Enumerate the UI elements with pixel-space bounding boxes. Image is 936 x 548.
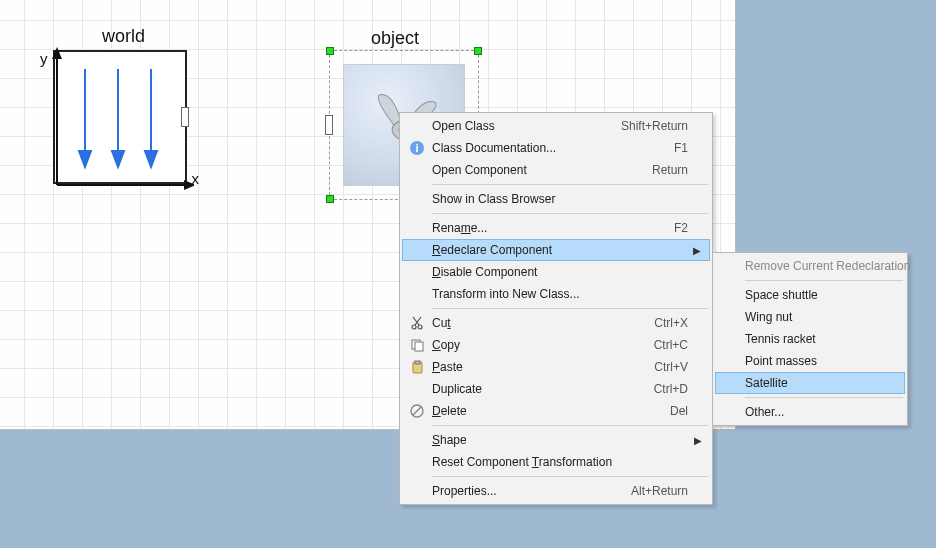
shortcut: Ctrl+X bbox=[654, 316, 688, 330]
context-menu: Open Class Shift+Return i Class Document… bbox=[399, 112, 713, 505]
object-connector[interactable] bbox=[325, 115, 333, 135]
shortcut: F2 bbox=[674, 221, 688, 235]
menu-separator bbox=[432, 476, 708, 477]
menu-copy[interactable]: Copy Ctrl+C bbox=[402, 334, 710, 356]
cut-icon bbox=[409, 315, 425, 331]
y-axis-label: y bbox=[40, 50, 48, 67]
svg-marker-1 bbox=[52, 47, 62, 59]
world-label: world bbox=[102, 26, 145, 47]
shortcut: Del bbox=[670, 404, 688, 418]
shortcut: Ctrl+C bbox=[654, 338, 688, 352]
menu-duplicate[interactable]: Duplicate Ctrl+D bbox=[402, 378, 710, 400]
shortcut: Shift+Return bbox=[621, 119, 688, 133]
menu-separator bbox=[432, 184, 708, 185]
menu-reset-transformation[interactable]: Reset Component Transformation bbox=[402, 451, 710, 473]
menu-delete[interactable]: Delete Del bbox=[402, 400, 710, 422]
submenu-point-masses[interactable]: Point masses bbox=[715, 350, 905, 372]
submenu-space-shuttle[interactable]: Space shuttle bbox=[715, 284, 905, 306]
submenu-arrow-icon: ▶ bbox=[694, 435, 702, 446]
menu-cut[interactable]: Cut Ctrl+X bbox=[402, 312, 710, 334]
submenu-remove-redeclaration: Remove Current Redeclaration bbox=[715, 255, 905, 277]
svg-marker-7 bbox=[112, 151, 124, 167]
submenu-arrow-icon: ▶ bbox=[693, 245, 701, 256]
shortcut: Alt+Return bbox=[631, 484, 688, 498]
menu-rename[interactable]: Rename... F2 bbox=[402, 217, 710, 239]
shortcut: F1 bbox=[674, 141, 688, 155]
shortcut: Ctrl+V bbox=[654, 360, 688, 374]
svg-point-14 bbox=[412, 325, 416, 329]
svg-point-15 bbox=[418, 325, 422, 329]
menu-open-component[interactable]: Open Component Return bbox=[402, 159, 710, 181]
menu-properties[interactable]: Properties... Alt+Return bbox=[402, 480, 710, 502]
svg-line-23 bbox=[413, 407, 421, 415]
resize-handle-tr[interactable] bbox=[474, 47, 482, 55]
menu-separator bbox=[745, 280, 903, 281]
world-component[interactable]: y x bbox=[53, 50, 187, 184]
menu-show-in-browser[interactable]: Show in Class Browser bbox=[402, 188, 710, 210]
menu-disable-component[interactable]: Disable Component bbox=[402, 261, 710, 283]
submenu-other[interactable]: Other... bbox=[715, 401, 905, 423]
menu-separator bbox=[432, 308, 708, 309]
resize-handle-tl[interactable] bbox=[326, 47, 334, 55]
object-label: object bbox=[371, 28, 419, 49]
resize-handle-bl[interactable] bbox=[326, 195, 334, 203]
menu-class-documentation[interactable]: i Class Documentation... F1 bbox=[402, 137, 710, 159]
svg-rect-21 bbox=[415, 361, 420, 364]
svg-rect-19 bbox=[415, 342, 423, 351]
world-axes-icon bbox=[50, 47, 194, 191]
menu-separator bbox=[432, 213, 708, 214]
world-connector[interactable] bbox=[181, 107, 189, 127]
delete-icon bbox=[409, 403, 425, 419]
shortcut: Return bbox=[652, 163, 688, 177]
copy-icon bbox=[409, 337, 425, 353]
paste-icon bbox=[409, 359, 425, 375]
menu-shape[interactable]: Shape ▶ bbox=[402, 429, 710, 451]
shortcut: Ctrl+D bbox=[654, 382, 688, 396]
submenu-tennis-racket[interactable]: Tennis racket bbox=[715, 328, 905, 350]
submenu-wing-nut[interactable]: Wing nut bbox=[715, 306, 905, 328]
submenu-satellite[interactable]: Satellite bbox=[715, 372, 905, 394]
menu-paste[interactable]: Paste Ctrl+V bbox=[402, 356, 710, 378]
svg-marker-3 bbox=[184, 180, 194, 190]
menu-separator bbox=[432, 425, 708, 426]
menu-redeclare-component[interactable]: Redeclare Component ▶ bbox=[402, 239, 710, 261]
svg-marker-5 bbox=[79, 151, 91, 167]
svg-marker-9 bbox=[145, 151, 157, 167]
redeclare-submenu: Remove Current Redeclaration Space shutt… bbox=[712, 252, 908, 426]
menu-open-class[interactable]: Open Class Shift+Return bbox=[402, 115, 710, 137]
menu-separator bbox=[745, 397, 903, 398]
info-icon: i bbox=[409, 140, 425, 156]
svg-text:i: i bbox=[415, 142, 418, 154]
menu-transform-new-class[interactable]: Transform into New Class... bbox=[402, 283, 710, 305]
